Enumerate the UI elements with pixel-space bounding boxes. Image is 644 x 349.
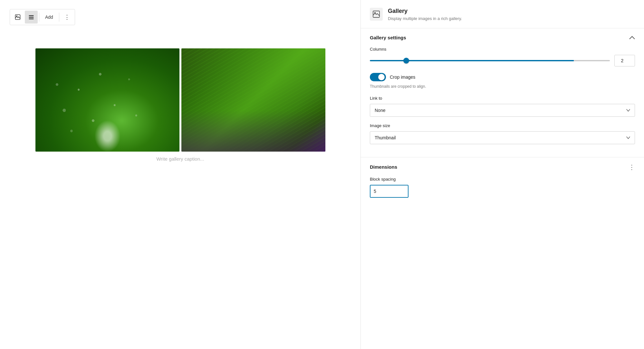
image-size-label: Image size [370,123,635,128]
align-button[interactable] [25,11,38,24]
columns-control [370,55,635,66]
section-header: Gallery settings [370,35,635,40]
svg-rect-3 [29,17,34,18]
more-options-button[interactable]: ⋮ [61,11,73,24]
add-button[interactable]: Add [41,11,58,24]
gallery-image-2[interactable] [181,48,325,152]
columns-number-input[interactable] [614,55,635,66]
block-spacing-label: Block spacing [370,177,635,182]
image-size-select[interactable]: Thumbnail Medium Large Full Size [370,131,635,144]
gallery-grid [35,48,325,152]
gallery-wrapper: Write gallery caption... [35,48,325,162]
crop-images-row: Crop images [370,73,635,81]
svg-rect-2 [29,15,34,16]
editor-area: Add ⋮ Write gallery caption... [0,0,360,349]
link-to-label: Link to [370,96,635,101]
columns-label: Columns [370,47,635,52]
block-title: Gallery [388,8,462,15]
toolbar-divider [39,13,39,22]
crop-images-helper: Thumbnails are cropped to align. [370,84,635,89]
block-info-text: Gallery Display multiple images in a ric… [388,8,462,22]
block-toolbar: Add ⋮ [10,9,75,25]
svg-rect-4 [29,18,34,19]
image-size-control-group: Image size Thumbnail Medium Large Full S… [370,123,635,144]
block-info: Gallery Display multiple images in a ric… [361,0,644,28]
block-description: Display multiple images in a rich galler… [388,16,462,22]
columns-control-group: Columns [370,47,635,66]
block-spacing-input[interactable] [370,185,409,197]
block-spacing-row: PX [370,185,635,198]
sidebar-panel: Gallery Display multiple images in a ric… [360,0,644,349]
gallery-settings-toggle[interactable] [629,36,635,40]
dimensions-title: Dimensions [370,164,397,170]
svg-point-6 [375,13,376,14]
svg-point-1 [16,16,17,17]
link-to-select[interactable]: None Media File Attachment Page [370,104,635,117]
gallery-caption[interactable]: Write gallery caption... [35,156,325,162]
gallery-settings-section: Gallery settings Columns Crop images Thu [361,28,644,157]
crop-images-label: Crop images [390,75,415,80]
dimensions-section: Dimensions ⋮ Block spacing PX [361,157,644,204]
block-type-icon [370,8,383,21]
gallery-icon-button[interactable] [11,11,24,24]
columns-slider[interactable] [370,60,610,61]
dimensions-more-button[interactable]: ⋮ [629,164,635,170]
link-to-control-group: Link to None Media File Attachment Page [370,96,635,117]
dimensions-header: Dimensions ⋮ [370,164,635,170]
spacing-input-wrapper: PX [370,185,409,198]
gallery-image-1[interactable] [35,48,179,152]
toolbar-divider-2 [59,13,59,22]
crop-images-toggle[interactable] [370,73,386,81]
gallery-settings-title: Gallery settings [370,35,406,40]
